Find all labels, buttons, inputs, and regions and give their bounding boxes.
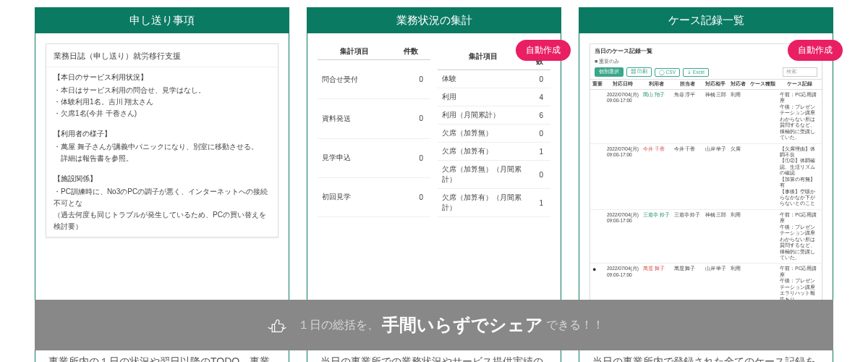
- agg-table-right: 集計項目件数体験0利用4利用（月間累計）6欠席（加算無）0欠席（加算有）1欠席（…: [438, 43, 550, 217]
- table-row: 体験0: [438, 70, 550, 88]
- agg-cell: 0: [529, 125, 551, 143]
- agg-cell: 見学申込: [318, 138, 392, 177]
- agg-cell: 欠席（加算有）（月間累計）: [438, 189, 529, 217]
- agg-head: 件数: [392, 43, 430, 60]
- table-row: 見学申込0: [318, 138, 430, 177]
- memo-line: ・萬屋 舞子さんが講義中パニックになり、別室に移動させる。: [54, 141, 271, 153]
- case-cell: 山岸 華子: [703, 143, 729, 209]
- agg-cell: 欠席（加算有）: [438, 143, 529, 161]
- case-table: 重要対応日時利用者担当者対応相手対応者ケース種類ケース記録 2022/07/04…: [590, 79, 822, 335]
- memo-block: 【利用者の様子】・萬屋 舞子さんが講義中パニックになり、別室に移動させる。 詳細…: [46, 124, 278, 169]
- case-cell: [748, 90, 778, 144]
- memo-title: 業務日誌（申し送り）就労移行支援: [46, 44, 278, 67]
- memo-line: ・欠席1名(今井 千香さん): [54, 108, 271, 119]
- agg-head: 集計項目: [438, 43, 529, 70]
- case-cell: [590, 90, 605, 144]
- agg-cell: 1: [529, 189, 551, 217]
- case-cell: 三遊亭 鈴子: [672, 209, 703, 264]
- auto-badge: 自動作成: [788, 40, 843, 61]
- agg-cell: 0: [529, 161, 551, 189]
- banner-big: 手間いらずでシェア: [382, 313, 543, 337]
- case-cell: 利用: [728, 209, 748, 264]
- banner-post: できる！！: [546, 318, 604, 333]
- agg-cell: 0: [392, 138, 430, 177]
- case-head: 対応日時: [605, 80, 641, 90]
- case-tool-button[interactable]: ▦ 印刷: [626, 67, 652, 77]
- banner-pre: １日の総括を、: [298, 318, 379, 333]
- case-cell: 午前：PC応用講座午後：プレゼンテーション講座わからない所は質問するなど、積極的…: [778, 209, 822, 264]
- memo-line: 詳細は報告書を参照。: [54, 153, 271, 164]
- case-head: 対応者: [728, 80, 748, 90]
- case-cell: [748, 209, 778, 264]
- case-cell: 欠席: [728, 143, 748, 209]
- table-row: 2022/07/04(月)09:00-17:00今井 千香今井 千香山岸 華子欠…: [590, 143, 822, 209]
- case-cell: 三遊亭 鈴子: [641, 209, 672, 264]
- agg-cell: 欠席（加算無）（月間累計）: [438, 161, 529, 189]
- case-head: 担当者: [672, 80, 703, 90]
- case-cell: 2022/07/04(月)09:00-17:00: [605, 143, 641, 209]
- case-head: ケース種類: [748, 80, 778, 90]
- memo-heading: 【施設関係】: [54, 173, 271, 185]
- case-cell: 【欠席理由】体調不良【①②】体調確認、生活リズムの確認【加算の有無】有【事後】空…: [778, 143, 822, 209]
- table-row: 欠席（加算有）（月間累計）1: [438, 189, 550, 217]
- auto-badge: 自動作成: [516, 40, 571, 61]
- table-row: 問合せ受付0: [318, 60, 430, 99]
- case-cell: 2022/07/04(月)09:00-17:00: [605, 90, 641, 144]
- agg-cell: 利用（月間累計）: [438, 106, 529, 125]
- card-title: 業務状況の集計: [307, 8, 561, 33]
- case-panel: 当日のケース記録一覧 ■ 重要のみ 個別選択▦ 印刷◯ CSV⤓ Excel検索…: [590, 43, 822, 336]
- agg-cell: 6: [529, 106, 551, 125]
- case-cell: 神橋 三郎: [703, 209, 729, 264]
- case-cell: 利用: [728, 90, 748, 144]
- case-tool-button[interactable]: ⤓ Excel: [683, 68, 709, 77]
- agg-cell: 問合せ受付: [318, 60, 392, 99]
- agg-cell: 体験: [438, 70, 529, 88]
- card-title: ケース記録一覧: [579, 8, 833, 33]
- memo-heading: 【利用者の様子】: [54, 128, 271, 140]
- memo-line: ・PC訓練時に、No3のPCの調子が悪く、インターネットへの接続不可とな: [54, 186, 271, 209]
- case-head: 重要: [590, 80, 605, 90]
- case-subtitle: ■ 重要のみ: [590, 58, 822, 67]
- agg-head: 集計項目: [318, 43, 392, 60]
- case-cell: [590, 209, 605, 264]
- search-input[interactable]: 検索:: [783, 67, 817, 77]
- memo-line: ・本日はサービス利用の問合せ、見学はなし。: [54, 85, 271, 96]
- case-head: 対応相手: [703, 80, 729, 90]
- memo-panel: 業務日誌（申し送り）就労移行支援 【本日のサービス利用状況】・本日はサービス利用…: [46, 43, 278, 237]
- case-cell: [590, 143, 605, 209]
- table-row: 資料発送0: [318, 99, 430, 138]
- case-head: ケース記録: [778, 80, 822, 90]
- agg-cell: 0: [392, 60, 430, 99]
- summary-banner: １日の総括を、 手間いらずでシェア できる！！: [35, 300, 833, 350]
- case-tool-button[interactable]: ◯ CSV: [655, 68, 680, 77]
- table-row: 利用（月間累計）6: [438, 106, 550, 125]
- agg-cell: 初回見学: [318, 177, 392, 216]
- case-title: 当日のケース記録一覧: [590, 44, 822, 58]
- agg-cell: 0: [529, 70, 551, 88]
- memo-line: （過去何度も同じトラブルが発生しているため、PCの買い替えを検討要）: [54, 209, 271, 232]
- memo-line: ・体験利用1名。吉川 翔太さん: [54, 96, 271, 108]
- case-cell: [748, 143, 778, 209]
- memo-block: 【施設関係】・PC訓練時に、No3のPCの調子が悪く、インターネットへの接続不可…: [46, 169, 278, 237]
- memo-heading: 【本日のサービス利用状況】: [54, 72, 271, 83]
- agg-cell: 欠席（加算無）: [438, 125, 529, 143]
- case-cell: 2022/07/04(月)09:00-17:00: [605, 209, 641, 264]
- agg-table-left: 集計項目件数問合せ受付0資料発送0見学申込0初回見学0: [318, 43, 430, 217]
- table-row: 欠席（加算有）1: [438, 143, 550, 161]
- case-cell: 今井 千香: [672, 143, 703, 209]
- table-row: 利用4: [438, 88, 550, 106]
- case-cell: 魚谷 淳平: [672, 90, 703, 144]
- case-cell: 神橋 三郎: [703, 90, 729, 144]
- agg-cell: 4: [529, 88, 551, 106]
- table-row: 初回見学0: [318, 177, 430, 216]
- case-tool-button[interactable]: 個別選択: [595, 67, 624, 77]
- thumbs-up-icon: [265, 313, 289, 337]
- table-row: 欠席（加算無）0: [438, 125, 550, 143]
- case-head: 利用者: [641, 80, 672, 90]
- case-cell: 岡山 翔子: [641, 90, 672, 144]
- memo-block: 【本日のサービス利用状況】・本日はサービス利用の問合せ、見学はなし。・体験利用1…: [46, 67, 278, 124]
- agg-cell: 利用: [438, 88, 529, 106]
- agg-cell: 資料発送: [318, 99, 392, 138]
- table-row: 2022/07/04(月)09:00-17:00岡山 翔子魚谷 淳平神橋 三郎利…: [590, 90, 822, 144]
- agg-cell: 0: [392, 99, 430, 138]
